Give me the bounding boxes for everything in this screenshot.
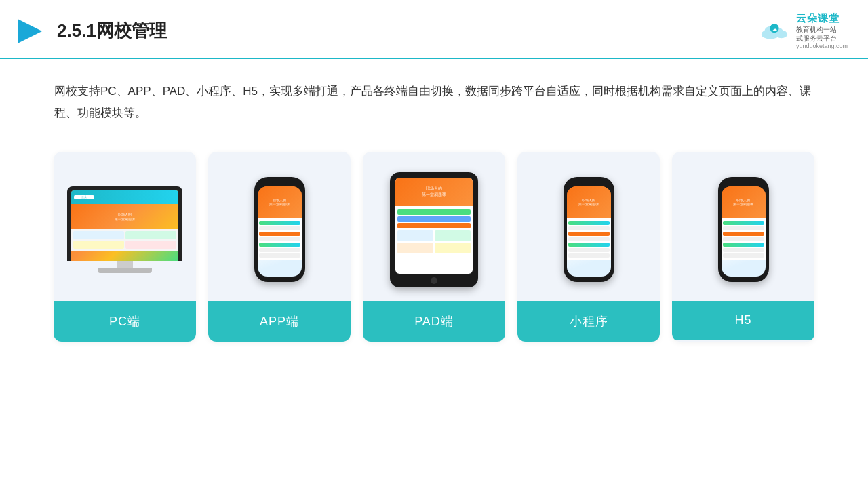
pc-card: 云朵 职场人的第一堂刷题课 — [54, 152, 196, 342]
logo-icon — [14, 15, 46, 47]
ipad-mockup: 职场人的第一堂刷题课 — [390, 172, 478, 287]
app-card: 职场人的第一堂刷题课 APP端 — [208, 152, 351, 342]
app-label: APP端 — [208, 301, 351, 342]
description-text: 网校支持PC、APP、PAD、小程序、H5，实现多端打通，产品各终端自由切换，数… — [0, 59, 868, 138]
miniprogram-label: 小程序 — [517, 301, 660, 342]
platform-cards: 云朵 职场人的第一堂刷题课 — [0, 138, 868, 355]
header-left: 2.5.1网校管理 — [14, 15, 167, 47]
pad-label: PAD端 — [363, 301, 505, 342]
page-title: 2.5.1网校管理 — [57, 19, 167, 43]
h5-label: H5 — [672, 301, 814, 340]
pc-mockup: 云朵 职场人的第一堂刷题课 — [67, 186, 182, 273]
pad-card: 职场人的第一堂刷题课 — [363, 152, 505, 342]
h5-phone-mockup: 职场人的第一堂刷题课 — [718, 177, 769, 282]
pc-label: PC端 — [54, 301, 196, 342]
miniprogram-phone-mockup: 职场人的第一堂刷题课 — [564, 177, 614, 282]
svg-marker-0 — [18, 19, 42, 43]
miniprogram-card: 职场人的第一堂刷题课 小程序 — [517, 152, 660, 342]
header: 2.5.1网校管理 ☁ 云朵课堂 教育机构一站 式服务云平台 yunduoket… — [0, 0, 868, 59]
brand-info: 云朵课堂 教育机构一站 式服务云平台 yunduoketang.com — [796, 12, 848, 49]
cloud-icon: ☁ — [760, 22, 789, 41]
miniprogram-image-area: 职场人的第一堂刷题课 — [517, 152, 660, 301]
h5-card: 职场人的第一堂刷题课 H5 — [672, 152, 814, 342]
app-phone-mockup: 职场人的第一堂刷题课 — [254, 177, 305, 282]
pc-image-area: 云朵 职场人的第一堂刷题课 — [54, 152, 196, 301]
h5-image-area: 职场人的第一堂刷题课 — [672, 152, 814, 301]
app-image-area: 职场人的第一堂刷题课 — [208, 152, 351, 301]
pad-image-area: 职场人的第一堂刷题课 — [363, 152, 505, 301]
svg-text:☁: ☁ — [772, 25, 777, 31]
header-right: ☁ 云朵课堂 教育机构一站 式服务云平台 yunduoketang.com — [760, 12, 848, 49]
